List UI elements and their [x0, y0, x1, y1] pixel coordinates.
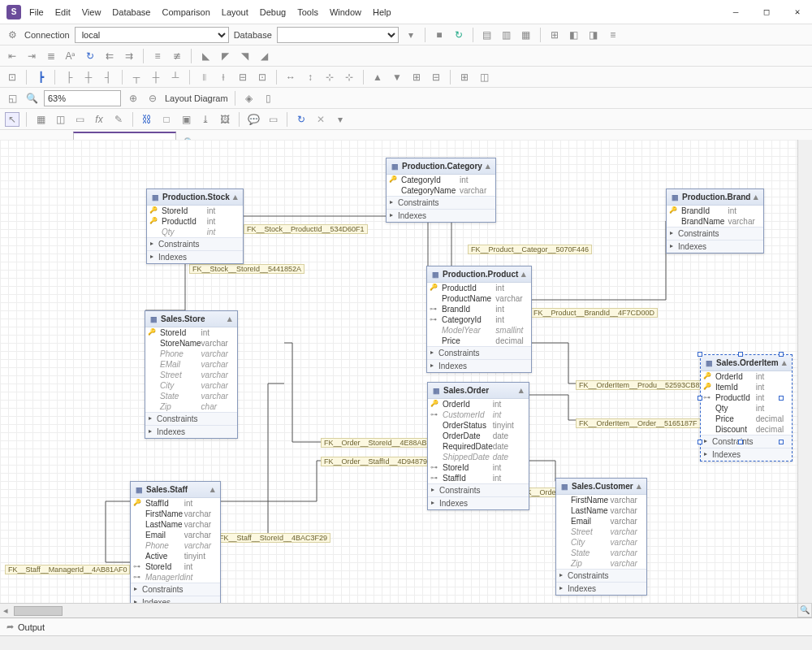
prev-bookmark-icon[interactable]: ◤: [218, 49, 232, 63]
next-bookmark-icon[interactable]: ◥: [237, 49, 252, 63]
db-icon-3[interactable]: ▦: [519, 28, 533, 42]
entity-production-brand[interactable]: Production.Brand▴BrandIdintBrandNamevarc…: [666, 188, 764, 254]
note-icon[interactable]: ✎: [111, 112, 126, 127]
column-row[interactable]: EMailvarchar: [145, 359, 237, 370]
align-r-icon[interactable]: ┤: [101, 70, 115, 84]
layout-icon[interactable]: ⊞: [457, 70, 472, 84]
column-row[interactable]: StoreNamevarchar: [145, 338, 237, 349]
selection-handle[interactable]: [698, 352, 702, 357]
menu-comparison[interactable]: Comparison: [162, 7, 209, 17]
image-icon[interactable]: 🖼: [218, 112, 232, 127]
export-icon[interactable]: ⤓: [198, 112, 213, 127]
column-row[interactable]: BrandNamevarchar: [667, 216, 763, 227]
column-row[interactable]: BrandIdint: [427, 304, 531, 314]
column-row[interactable]: Cityvarchar: [145, 380, 237, 391]
entity-header[interactable]: Sales.Staff▴: [131, 482, 220, 498]
column-row[interactable]: Emailvarchar: [556, 516, 646, 526]
db-icon[interactable]: ▤: [480, 28, 495, 42]
entity-header[interactable]: Production.Stock▴: [147, 189, 243, 206]
delete-dropdown-icon[interactable]: ▾: [333, 112, 348, 127]
menu-edit[interactable]: Edit: [55, 7, 71, 17]
back-icon[interactable]: ▼: [390, 70, 404, 84]
scrollbar-thumb[interactable]: [14, 606, 63, 616]
dist-v-icon[interactable]: ⫲: [216, 70, 231, 84]
maximize-button[interactable]: □: [758, 6, 775, 17]
menu-tools[interactable]: Tools: [297, 7, 318, 17]
entity-section[interactable]: Constraints: [145, 412, 237, 425]
output-panel-header[interactable]: Output: [0, 618, 812, 635]
entity-header[interactable]: Production.Product▴: [427, 266, 531, 283]
same-w-icon[interactable]: ⊟: [235, 70, 250, 84]
column-row[interactable]: ManagerIdint: [131, 572, 220, 583]
entity-section[interactable]: Constraints: [428, 483, 529, 496]
entity-section[interactable]: Indexes: [427, 359, 531, 372]
selection-handle[interactable]: [738, 352, 743, 357]
menu-view[interactable]: View: [82, 7, 102, 17]
column-row[interactable]: StaffIdint: [131, 498, 220, 509]
align-t-icon[interactable]: ┬: [129, 70, 144, 84]
column-row[interactable]: Statevarchar: [145, 391, 237, 401]
space-v-icon[interactable]: ↕: [303, 70, 317, 84]
entity-section[interactable]: Constraints: [387, 196, 495, 209]
column-row[interactable]: StoreIdint: [131, 561, 220, 572]
vertical-scrollbar[interactable]: [797, 140, 812, 603]
view-icon[interactable]: ◫: [53, 112, 67, 127]
indent-icon[interactable]: ⇥: [24, 49, 39, 63]
column-row[interactable]: CategoryIdint: [387, 175, 495, 185]
entity-section[interactable]: Indexes: [147, 250, 243, 263]
column-row[interactable]: StoreIdint: [145, 327, 237, 338]
comment-icon[interactable]: ≡: [150, 49, 165, 63]
column-row[interactable]: RequiredDatedate: [428, 441, 529, 452]
entity-header[interactable]: Production.Category▴: [387, 158, 495, 175]
zoom-window-icon[interactable]: 🔍: [24, 91, 39, 106]
zoom-fit-corner-icon[interactable]: 🔍: [797, 603, 812, 618]
column-row[interactable]: Discountdecimal: [701, 424, 792, 435]
column-row[interactable]: LastNamevarchar: [131, 519, 220, 530]
column-row[interactable]: Qtyint: [701, 403, 792, 414]
dist-h-icon[interactable]: ⫴: [197, 70, 211, 84]
entity-section[interactable]: Indexes: [556, 582, 646, 595]
column-row[interactable]: Zipchar: [145, 401, 237, 412]
outdent-icon[interactable]: ⇤: [5, 49, 19, 63]
entity-section[interactable]: Indexes: [131, 596, 220, 603]
table-icon[interactable]: ▦: [33, 112, 48, 127]
delete-icon[interactable]: ✕: [313, 112, 328, 127]
minimize-button[interactable]: —: [728, 6, 744, 17]
entity-production-category[interactable]: Production.Category▴CategoryIdintCategor…: [386, 158, 496, 223]
space-h-icon[interactable]: ↔: [283, 70, 298, 84]
selection-handle[interactable]: [698, 396, 702, 401]
zoom-out-icon[interactable]: ⊖: [145, 91, 160, 106]
selection-handle[interactable]: [779, 440, 784, 444]
dropdown-icon[interactable]: ▾: [404, 28, 418, 42]
new-connection-icon[interactable]: ⚙: [5, 28, 19, 42]
align-m-icon[interactable]: ┼: [149, 70, 163, 84]
horizontal-scrollbar[interactable]: ◂: [0, 603, 797, 618]
menu-database[interactable]: Database: [112, 7, 150, 17]
column-row[interactable]: OrderIdint: [701, 371, 792, 382]
align-c-icon[interactable]: ┼: [81, 70, 96, 84]
zoom-input[interactable]: [44, 90, 121, 106]
align-icon[interactable]: ≣: [44, 49, 58, 63]
entity-section[interactable]: Constraints: [667, 227, 763, 240]
panel-icon[interactable]: ◧: [567, 28, 581, 42]
diagram-icon[interactable]: ◈: [242, 91, 257, 106]
column-row[interactable]: ModelYearsmallint: [427, 325, 531, 336]
column-row[interactable]: Statevarchar: [556, 548, 646, 558]
column-row[interactable]: Cityvarchar: [556, 537, 646, 548]
entity-section[interactable]: Indexes: [701, 448, 792, 461]
front-icon[interactable]: ▲: [370, 70, 385, 84]
column-row[interactable]: Zipvarchar: [556, 558, 646, 569]
menu-window[interactable]: Window: [330, 7, 361, 17]
center-v-icon[interactable]: ⊹: [342, 70, 356, 84]
column-row[interactable]: CategoryIdint: [427, 314, 531, 325]
entity-section[interactable]: Constraints: [427, 346, 531, 359]
menu-help[interactable]: Help: [373, 7, 391, 17]
entity-header[interactable]: Sales.OrderItem▴: [701, 355, 792, 371]
column-row[interactable]: ProductIdint: [427, 283, 531, 293]
selection-handle[interactable]: [779, 352, 784, 357]
column-row[interactable]: OrderIdint: [428, 399, 529, 410]
menu-layout[interactable]: Layout: [222, 7, 248, 17]
column-row[interactable]: Streetvarchar: [556, 526, 646, 537]
refresh2-icon[interactable]: ↻: [294, 112, 309, 127]
column-row[interactable]: ProductNamevarchar: [427, 293, 531, 304]
